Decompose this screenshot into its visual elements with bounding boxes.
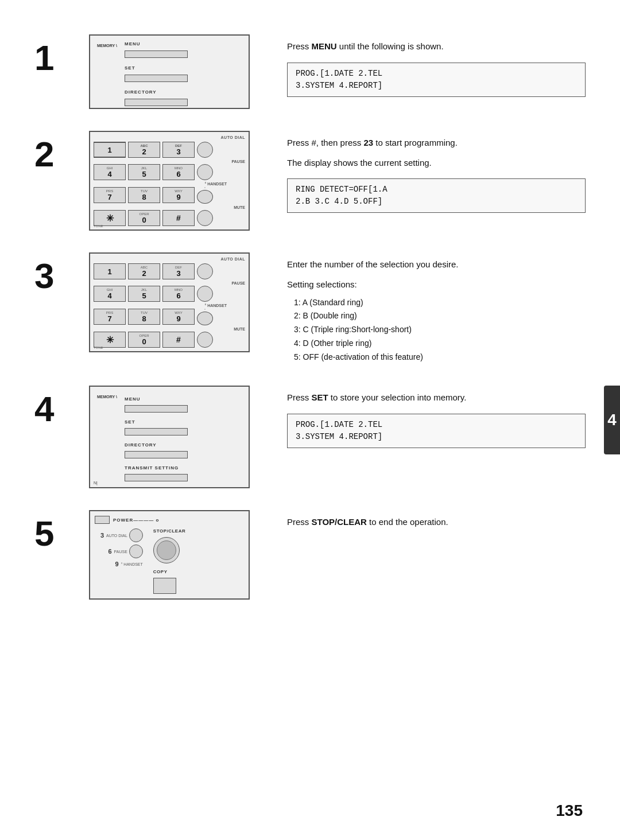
- step-4-instruction: Press SET to store your selection into m…: [287, 391, 586, 405]
- step-3-sub-label: Setting selections:: [287, 279, 586, 289]
- step-1-lcd: PROG.[1.DATE 2.TEL 3.SYSTEM 4.REPORT]: [287, 63, 586, 97]
- step-1-text: Press MENU until the following is shown.…: [287, 34, 586, 97]
- step-1-image: MEMORY \ MENU SET DIRECTORY: [80, 34, 258, 109]
- step-2-lcd: RING DETECT=OFF[1.A 2.B 3.C 4.D 5.OFF]: [287, 178, 586, 213]
- step-5-instruction: Press STOP/CLEAR to end the operation.: [287, 516, 586, 529]
- step-2-row: 2 AUTO DIAL 1 ABC2 DEF3 PAUSE GHI4 JKL5 …: [34, 131, 586, 231]
- step-4-number: 4: [34, 391, 80, 427]
- selection-5: 5: OFF (de-activation of this feature): [287, 351, 586, 364]
- step-1-number: 1: [34, 40, 80, 76]
- step-3-number: 3: [34, 258, 80, 294]
- selection-1: 1: A (Standard ring): [287, 296, 586, 310]
- step-4-row: 4 MEMORY \ MENU SET DIRECTORY TRANSMIT S…: [34, 386, 586, 488]
- step-4-lcd: PROG.[1.DATE 2.TEL 3.SYSTEM 4.REPORT]: [287, 414, 586, 448]
- step-4-text: Press SET to store your selection into m…: [287, 386, 586, 448]
- chapter-tab: 4: [604, 386, 620, 454]
- step-5-number: 5: [34, 516, 80, 551]
- step-2-instruction: Press #, then press 23 to start programm…: [287, 137, 586, 150]
- step-2-instruction2: The display shows the current setting.: [287, 157, 586, 170]
- step-3-instruction: Enter the number of the selection you de…: [287, 258, 586, 271]
- step-1-row: 1 MEMORY \ MENU SET DIRECTORY Press MENU…: [34, 34, 586, 109]
- page-content: 1 MEMORY \ MENU SET DIRECTORY Press MENU…: [0, 0, 620, 644]
- step-2-image: AUTO DIAL 1 ABC2 DEF3 PAUSE GHI4 JKL5 MN…: [80, 131, 258, 231]
- step-3-selections: 1: A (Standard ring) 2: B (Double ring) …: [287, 296, 586, 364]
- step-3-image: AUTO DIAL 1 ABC2 DEF3 PAUSE GHI4 JKL5 MN…: [80, 252, 258, 352]
- page-number: 135: [556, 802, 583, 820]
- selection-2: 2: B (Double ring): [287, 309, 586, 323]
- selection-4: 4: D (Other triple ring): [287, 337, 586, 351]
- step-3-text: Enter the number of the selection you de…: [287, 252, 586, 364]
- step-5-image: POWER———— o 3 AUTO DIAL: [80, 510, 258, 600]
- step-2-number: 2: [34, 137, 80, 172]
- step-5-row: 5 POWER———— o 3 AUTO DIAL: [34, 510, 586, 600]
- step-1-instruction: Press MENU until the following is shown.: [287, 40, 586, 53]
- selection-3: 3: C (Triple ring:Short-long-short): [287, 323, 586, 337]
- step-5-text: Press STOP/CLEAR to end the operation.: [287, 510, 586, 529]
- step-4-image: MEMORY \ MENU SET DIRECTORY TRANSMIT SET…: [80, 386, 258, 488]
- step-3-row: 3 AUTO DIAL 1 ABC2 DEF3 PAUSE GHI4 JKL5 …: [34, 252, 586, 364]
- step-2-text: Press #, then press 23 to start programm…: [287, 131, 586, 213]
